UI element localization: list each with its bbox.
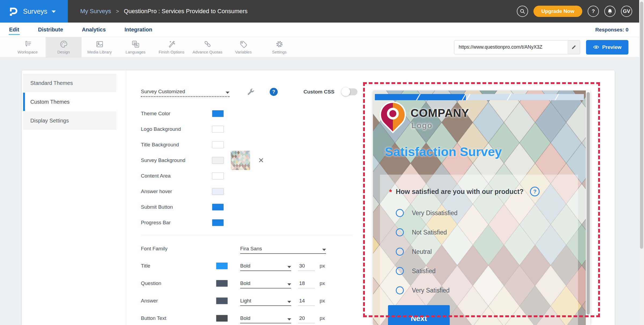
toolbar-item[interactable]: Languages [118,37,153,57]
breadcrumb-my-surveys[interactable]: My Surveys [80,8,111,15]
color-swatch[interactable] [212,141,224,148]
search-button[interactable] [517,6,528,17]
toolbar-item[interactable]: Advance Quotas [189,37,225,57]
color-settings-list: Theme Color Logo Background [141,106,382,230]
preview-button[interactable]: Preview [586,40,628,55]
edit-url-button[interactable] [568,41,580,54]
section-tab[interactable]: Analytics [81,23,106,36]
sidebar-item[interactable]: Standard Themes [23,74,116,92]
section-tab[interactable]: Distribute [38,23,64,36]
font-weight-select[interactable]: Bold [240,313,291,323]
survey-url-input[interactable] [454,41,568,54]
font-size-input[interactable]: 20 [298,313,315,323]
color-swatch[interactable] [212,172,224,179]
avatar[interactable]: GV [621,6,632,17]
color-setting-row: Logo Background [141,121,382,137]
font-setting-row: Title Bold 30 px [141,257,382,275]
company-logo-subtitle: Logo [411,121,433,130]
font-weight-value: Bold [240,280,250,286]
font-weight-select[interactable]: Bold [240,261,291,271]
font-size-input[interactable]: 14 [298,296,315,306]
custom-css-toggle[interactable] [342,88,357,95]
section-tab[interactable]: Edit [9,23,20,36]
font-size-input[interactable]: 18 [298,278,315,288]
pencil-icon [571,45,576,50]
section-tabs-row: Edit Distribute Analytics Integration Re… [0,23,644,37]
responses-count[interactable]: Responses: 0 [595,27,628,33]
page-scrollbar-thumb[interactable] [640,2,643,249]
font-color-swatch[interactable] [216,262,228,269]
toolbar-item[interactable]: Media Library [82,37,118,57]
help-button[interactable]: ? [588,6,599,17]
notifications-button[interactable] [604,6,616,17]
font-weight-value: Bold [240,263,250,269]
radio-button-icon[interactable] [396,267,404,275]
font-setting-row: Button Text Bold 20 px [141,309,382,325]
survey-background-thumbnail[interactable] [231,151,250,170]
sidebar-item[interactable]: Custom Themes [23,93,116,111]
brand-surveys-menu[interactable]: Surveys [0,0,68,23]
wrench-icon [247,88,255,96]
progress-tick [507,94,511,100]
preview-button-label: Preview [602,44,621,50]
color-swatch[interactable] [212,126,224,133]
font-family-select[interactable]: Fira Sans [240,244,326,254]
color-swatch[interactable] [212,219,224,226]
toolbar-item-label: Media Library [87,50,112,54]
answer-option[interactable]: Not Satisfied [396,223,458,242]
remove-background-image-icon[interactable]: ✕ [258,156,264,165]
font-setting-row: Answer Light 14 px [141,292,382,309]
toolbar-item[interactable]: Variables [225,37,261,57]
preview-scrollbar-thumb[interactable] [587,92,590,315]
font-weight-select[interactable]: Bold [240,278,291,288]
toolbar-item[interactable]: Design [46,37,82,57]
radio-button-icon[interactable] [396,248,404,256]
color-row-label: Title Background [141,142,212,148]
upgrade-now-button[interactable]: Upgrade Now [533,6,582,17]
toolbar-item-label: Finish Options [159,50,184,54]
next-button[interactable]: Next [388,305,450,325]
color-swatch[interactable] [212,157,224,164]
toolbar-item[interactable]: Workspace [10,37,46,57]
sidebar-divider [126,70,126,325]
theme-tools-button[interactable] [247,88,255,96]
sidebar-item[interactable]: Display Settings [23,111,116,130]
questionpro-logo-icon [8,6,19,17]
font-color-swatch[interactable] [216,297,228,304]
answer-option[interactable]: Satisfied [396,261,458,281]
font-weight-select[interactable]: Light [240,296,291,306]
answer-option-label: Very Dissatisfied [412,210,458,217]
font-color-swatch[interactable] [216,280,228,287]
toolbar-item-icon [275,40,284,48]
color-swatch[interactable] [212,188,224,195]
sidebar-item-label: Standard Themes [30,80,73,86]
radio-button-icon[interactable] [396,228,404,236]
answer-option[interactable]: Neutral [396,242,458,261]
radio-button-icon[interactable] [396,286,404,294]
answer-option[interactable]: Very Satisfied [396,281,458,300]
toolbar-item[interactable]: Finish Options [153,37,189,57]
topbar-actions: Upgrade Now ? GV [517,6,644,17]
question-help-icon[interactable]: ? [530,187,540,196]
color-swatch[interactable] [212,110,224,117]
progress-fill [375,94,466,100]
font-settings-list: Title Bold 30 px Question [141,257,382,325]
section-tab[interactable]: Integration [124,23,153,36]
theme-help-icon[interactable]: ? [270,88,278,96]
search-icon [519,8,526,15]
caret-down-icon [287,266,291,268]
answer-option[interactable]: Very Dissatisfied [396,203,458,223]
font-size-input[interactable]: 30 [298,261,315,271]
eye-icon [593,44,599,50]
toolbar-item-label: Advance Quotas [193,50,222,54]
design-card: Standard Themes Custom Themes Display Se… [22,70,615,325]
toolbar-item[interactable]: Settings [261,37,297,57]
radio-button-icon[interactable] [396,209,404,217]
theme-select[interactable]: Survey Customized [141,87,229,97]
font-color-swatch[interactable] [216,315,228,322]
font-family-row: Font Family Fira Sans [141,240,382,257]
font-row-label: Answer [141,298,216,304]
toolbar-item-icon [239,40,248,48]
breadcrumb-current-survey: QuestionPro : Services Provided to Consu… [124,8,248,15]
color-swatch[interactable] [212,204,224,211]
